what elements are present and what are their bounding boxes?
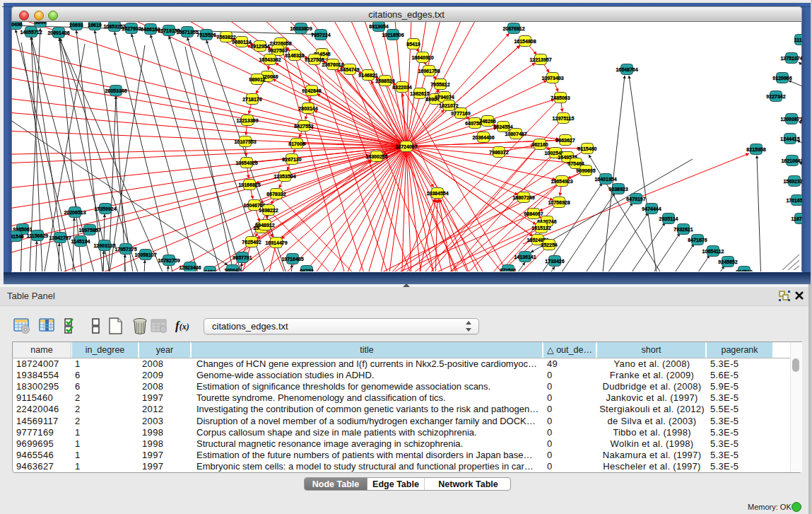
svg-text:18640910: 18640910 xyxy=(411,55,433,60)
svg-text:9245652: 9245652 xyxy=(718,259,737,264)
svg-text:6479197: 6479197 xyxy=(626,197,645,201)
svg-text:9129966: 9129966 xyxy=(772,76,792,81)
svg-text:10046766: 10046766 xyxy=(243,203,265,208)
svg-text:18300295: 18300295 xyxy=(365,154,387,159)
svg-text:1615132: 1615132 xyxy=(531,226,551,230)
svg-text:391546: 391546 xyxy=(11,234,24,239)
svg-text:20364436: 20364436 xyxy=(472,135,494,140)
svg-text:10958107: 10958107 xyxy=(134,252,156,257)
svg-text:11156829: 11156829 xyxy=(27,233,48,238)
svg-text:85419: 85419 xyxy=(406,42,420,47)
svg-text:2718176: 2718176 xyxy=(242,97,261,102)
svg-text:9777169: 9777169 xyxy=(451,111,470,116)
svg-text:9127508: 9127508 xyxy=(305,57,324,62)
svg-text:7485063: 7485063 xyxy=(551,95,570,100)
svg-text:989012: 989012 xyxy=(249,77,265,82)
svg-text:10975867: 10975867 xyxy=(78,228,100,233)
svg-text:12353594: 12353594 xyxy=(273,174,295,179)
svg-text:12213957: 12213957 xyxy=(529,57,551,62)
svg-text:8678332: 8678332 xyxy=(266,192,286,197)
svg-text:817006: 817006 xyxy=(288,141,305,146)
svg-text:9948912: 9948912 xyxy=(255,223,274,228)
svg-text:1145194: 1145194 xyxy=(71,239,90,244)
svg-text:2935114: 2935114 xyxy=(659,216,678,221)
svg-text:10654112: 10654112 xyxy=(702,249,724,254)
svg-text:3624554: 3624554 xyxy=(493,124,512,129)
svg-text:8427552: 8427552 xyxy=(294,124,313,129)
svg-text:2803144: 2803144 xyxy=(298,106,317,111)
svg-text:3498222: 3498222 xyxy=(259,208,278,213)
svg-text:1621072: 1621072 xyxy=(439,103,458,108)
svg-text:16154808: 16154808 xyxy=(514,39,536,44)
svg-text:19716485: 19716485 xyxy=(281,257,303,262)
svg-text:13942737: 13942737 xyxy=(49,235,71,240)
svg-text:12975115: 12975115 xyxy=(553,116,575,121)
svg-text:16548764: 16548764 xyxy=(616,67,637,72)
svg-text:9474444: 9474444 xyxy=(642,206,661,211)
svg-text:962160: 962160 xyxy=(531,142,548,147)
svg-text:20693: 20693 xyxy=(69,23,83,28)
svg-text:10973493: 10973493 xyxy=(541,76,563,81)
svg-text:1527602: 1527602 xyxy=(122,26,141,31)
svg-text:904512: 904512 xyxy=(736,269,752,272)
svg-text:9463: 9463 xyxy=(204,269,216,272)
svg-text:16210643: 16210643 xyxy=(781,158,802,163)
svg-text:12903135: 12903135 xyxy=(93,243,115,248)
svg-text:19654923: 19654923 xyxy=(551,179,572,184)
svg-text:9146821: 9146821 xyxy=(358,73,377,78)
svg-text:8813054: 8813054 xyxy=(369,24,388,29)
svg-text:20876812: 20876812 xyxy=(502,26,524,31)
svg-text:86753: 86753 xyxy=(300,269,314,272)
svg-text:18724007: 18724007 xyxy=(395,144,417,149)
svg-text:12093871: 12093871 xyxy=(780,117,802,122)
svg-text:9463627: 9463627 xyxy=(555,138,575,143)
svg-text:7625402: 7625402 xyxy=(242,240,261,245)
svg-text:13751074: 13751074 xyxy=(780,56,802,61)
svg-text:19218506: 19218506 xyxy=(382,33,404,37)
svg-text:14136141: 14136141 xyxy=(514,255,536,259)
svg-text:7857224: 7857224 xyxy=(311,33,330,37)
svg-text:10107553: 10107553 xyxy=(234,139,256,144)
svg-text:16543382: 16543382 xyxy=(259,57,281,62)
svg-text:28053346: 28053346 xyxy=(105,88,126,93)
svg-text:8267130: 8267130 xyxy=(282,157,301,162)
svg-text:7955812: 7955812 xyxy=(430,82,449,87)
svg-text:8146328: 8146328 xyxy=(285,53,304,58)
svg-text:16961758: 16961758 xyxy=(418,69,440,74)
svg-text:16401954: 16401954 xyxy=(594,177,616,182)
svg-text:12213369: 12213369 xyxy=(236,118,258,123)
svg-text:9699695: 9699695 xyxy=(576,168,595,173)
svg-text:20691406: 20691406 xyxy=(47,30,69,35)
svg-text:20206513: 20206513 xyxy=(64,210,86,215)
svg-text:9115460: 9115460 xyxy=(578,146,597,151)
svg-text:1733426: 1733426 xyxy=(545,259,564,264)
svg-text:17359924: 17359924 xyxy=(94,206,116,211)
svg-text:252254: 252254 xyxy=(541,243,557,247)
svg-text:7563822: 7563822 xyxy=(216,35,235,40)
svg-text:2588520: 2588520 xyxy=(375,78,394,83)
svg-text:1362615: 1362615 xyxy=(410,91,429,96)
svg-text:10654925: 10654925 xyxy=(235,160,257,165)
svg-text:16619: 16619 xyxy=(88,23,102,28)
svg-text:12923446: 12923446 xyxy=(179,265,201,270)
svg-text:18807249: 18807249 xyxy=(512,195,534,200)
svg-text:11121: 11121 xyxy=(794,37,802,42)
svg-text:15692371: 15692371 xyxy=(783,179,802,184)
svg-text:7515526: 7515526 xyxy=(196,33,216,37)
svg-text:972501: 972501 xyxy=(500,268,516,272)
svg-text:17957275: 17957275 xyxy=(114,247,136,252)
svg-text:1167539: 1167539 xyxy=(792,216,802,221)
svg-text:9827503: 9827503 xyxy=(268,48,287,53)
svg-text:8454749: 8454749 xyxy=(340,67,359,72)
svg-text:9242848: 9242848 xyxy=(302,88,321,93)
svg-text:14055712: 14055712 xyxy=(20,30,42,35)
svg-text:9857791: 9857791 xyxy=(233,255,252,260)
svg-text:9884067: 9884067 xyxy=(524,211,543,216)
svg-text:8471676: 8471676 xyxy=(688,238,707,243)
svg-text:9794074: 9794074 xyxy=(435,95,454,100)
svg-text:10756928: 10756928 xyxy=(548,200,570,205)
svg-text:9644: 9644 xyxy=(35,22,46,25)
svg-text:16671355: 16671355 xyxy=(176,30,198,35)
svg-text:7986372: 7986372 xyxy=(489,150,508,155)
svg-text:1244415: 1244415 xyxy=(780,136,799,141)
